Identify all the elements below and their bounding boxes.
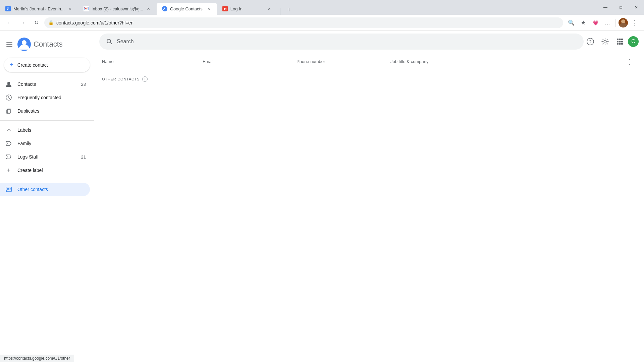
lock-icon: 🔒 <box>48 20 54 25</box>
tab-login[interactable]: Log In ✕ <box>217 3 277 15</box>
create-contact-button[interactable]: + Create contact <box>4 58 90 72</box>
search-icon[interactable]: 🔍 <box>566 17 577 28</box>
tab-favicon-contacts <box>162 6 167 11</box>
label-icon-logs-staff <box>5 154 12 160</box>
sidebar: Contacts + Create contact Contacts 23 Fr… <box>0 31 94 362</box>
tab-close-merlins[interactable]: ✕ <box>67 6 73 11</box>
search-bar[interactable] <box>99 34 584 50</box>
labels-header[interactable]: Labels <box>0 123 94 137</box>
tab-gmail[interactable]: Inbox (2) - caiuswmis@g... ✕ <box>78 3 157 15</box>
svg-rect-25 <box>621 39 623 40</box>
url-text: contacts.google.com/u/1/other?hl=en <box>56 20 559 25</box>
header-actions: ? C <box>584 35 639 48</box>
tab-bar: Merlin's Journal - Evenin... ✕ Inbox (2)… <box>0 0 644 15</box>
column-header-name: Name <box>102 59 203 64</box>
svg-rect-29 <box>617 43 619 45</box>
contacts-body: OTHER CONTACTS i <box>94 71 644 362</box>
sidebar-item-create-label[interactable]: + Create label <box>0 164 90 177</box>
tab-merlins-journal[interactable]: Merlin's Journal - Evenin... ✕ <box>0 3 78 15</box>
tab-favicon-meet <box>222 6 228 11</box>
create-label-label: Create label <box>17 168 86 173</box>
svg-point-13 <box>22 40 26 45</box>
divider <box>615 19 616 27</box>
tab-separator <box>280 8 280 15</box>
sidebar-item-other-contacts[interactable]: Other contacts <box>0 183 90 196</box>
reload-button[interactable]: ↻ <box>31 17 42 28</box>
labels-section-label: Labels <box>17 127 31 133</box>
contacts-label: Contacts <box>17 81 76 87</box>
tab-title-contacts: Google Contacts <box>170 6 204 11</box>
label-icon-family <box>5 140 12 147</box>
svg-rect-28 <box>621 41 623 42</box>
tab-favicon-gmail <box>84 6 89 11</box>
app-name: Contacts <box>34 40 63 49</box>
svg-rect-23 <box>617 39 619 40</box>
svg-rect-11 <box>6 46 12 47</box>
sidebar-item-family[interactable]: Family <box>0 137 90 150</box>
apps-icon[interactable] <box>613 35 627 48</box>
new-tab-button[interactable]: + <box>284 5 294 15</box>
more-options-icon[interactable]: ⋮ <box>626 58 633 66</box>
tab-close-contacts[interactable]: ✕ <box>206 6 212 11</box>
browser-menu-icon[interactable]: ⋮ <box>629 17 640 28</box>
svg-rect-1 <box>7 8 9 8</box>
tab-title-merlins: Merlin's Journal - Evenin... <box>13 6 65 11</box>
app-logo: Contacts <box>17 38 63 51</box>
sidebar-header: Contacts <box>0 34 94 55</box>
contacts-count: 23 <box>81 82 86 87</box>
close-button[interactable]: ✕ <box>629 0 644 15</box>
sidebar-item-logs-staff[interactable]: Logs Staff 21 <box>0 150 90 164</box>
sidebar-item-contacts[interactable]: Contacts 23 <box>0 77 90 91</box>
plus-create-label-icon: + <box>5 167 12 174</box>
column-header-actions: ⋮ <box>623 58 636 66</box>
column-header-phone: Phone number <box>297 59 390 64</box>
hamburger-menu[interactable] <box>3 38 16 51</box>
sidebar-item-frequently-contacted[interactable]: Frequently contacted <box>0 91 90 104</box>
search-input[interactable] <box>117 39 577 45</box>
main-header: ? C <box>94 31 644 52</box>
svg-rect-24 <box>619 39 621 40</box>
tab-close-login[interactable]: ✕ <box>267 6 272 11</box>
svg-point-19 <box>7 188 9 190</box>
settings-icon[interactable] <box>598 35 612 48</box>
back-button[interactable]: ← <box>4 17 15 28</box>
history-icon <box>5 94 12 101</box>
logs-staff-count: 21 <box>81 155 86 160</box>
person-icon <box>5 81 12 87</box>
info-icon[interactable]: i <box>142 76 148 82</box>
maximize-button[interactable]: □ <box>613 0 629 15</box>
family-label: Family <box>17 141 86 146</box>
plus-icon: + <box>9 61 13 69</box>
svg-rect-6 <box>224 8 225 10</box>
profile-extension-icon[interactable]: 💗 <box>590 17 601 28</box>
other-contacts-icon <box>5 186 12 193</box>
profile-avatar[interactable] <box>619 18 628 27</box>
bookmark-icon[interactable]: ★ <box>578 17 589 28</box>
forward-button[interactable]: → <box>17 17 28 28</box>
svg-point-14 <box>7 82 10 84</box>
svg-point-20 <box>107 39 111 43</box>
tab-close-gmail[interactable]: ✕ <box>146 6 151 11</box>
minimize-button[interactable]: — <box>598 0 613 15</box>
contacts-logo-icon <box>17 38 31 51</box>
chevron-up-icon <box>5 127 12 133</box>
tab-google-contacts[interactable]: Google Contacts ✕ <box>157 3 217 15</box>
tab-title-login: Log In <box>230 6 264 11</box>
user-avatar[interactable]: C <box>628 36 639 47</box>
search-icon <box>106 38 113 45</box>
svg-rect-0 <box>7 7 9 7</box>
sidebar-item-duplicates[interactable]: Duplicates <box>0 104 90 118</box>
help-icon[interactable]: ? <box>584 35 597 48</box>
url-bar[interactable]: 🔒 contacts.google.com/u/1/other?hl=en <box>44 17 563 28</box>
tab-title-gmail: Inbox (2) - caiuswmis@g... <box>92 6 143 11</box>
extensions-icon[interactable]: … <box>602 17 613 28</box>
svg-rect-2 <box>7 9 9 9</box>
column-header-email: Email <box>203 59 297 64</box>
profile-avatar-inner <box>619 18 628 27</box>
window-controls: — □ ✕ <box>598 0 644 15</box>
frequently-contacted-label: Frequently contacted <box>17 95 86 100</box>
svg-rect-3 <box>7 9 8 10</box>
sidebar-divider-2 <box>0 180 94 180</box>
address-actions: 🔍 ★ 💗 … ⋮ <box>566 17 640 28</box>
logs-staff-label: Logs Staff <box>17 154 76 160</box>
